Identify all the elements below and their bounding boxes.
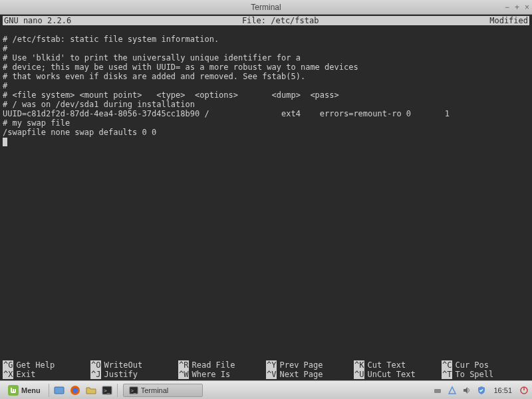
window-controls: − + × [505,3,529,12]
nano-shortcuts: ^GGet Help ^OWriteOut ^RRead File ^YPrev… [3,360,529,379]
taskbar: Menu >_ >_ Terminal 16:51 [0,380,532,399]
file-line: # Use 'blkid' to print the universally u… [3,53,529,63]
shortcut-where-is: ^WWhere Is [178,370,266,379]
shutdown-icon[interactable] [519,385,529,396]
file-line: # /etc/fstab: static file system informa… [3,35,529,44]
terminal-body[interactable]: GNU nano 2.2.6 File: /etc/fstab Modified… [0,15,532,380]
key-label: ^J [90,370,101,379]
file-line: # [3,44,529,53]
terminal-icon: >_ [129,386,138,395]
file-line: # [3,81,529,90]
shortcut-text: Prev Page [279,360,323,370]
svg-text:>_: >_ [130,388,136,393]
nano-file-label: File: /etc/fstab [71,16,489,25]
cursor-line [3,137,529,146]
mint-logo-icon [8,385,19,396]
shortcut-text: UnCut Text [367,370,415,379]
file-line: UUID=c81d2f2d-87dd-4ea4-8056-37d45cc18b9… [3,109,529,118]
key-label: ^G [3,360,13,370]
window-titlebar[interactable]: Terminal − + × [0,0,532,15]
menu-button[interactable]: Menu [3,384,46,397]
shortcut-text: Read File [192,360,235,370]
shortcut-text: To Spell [455,370,493,379]
quick-launch: >_ [52,384,114,397]
minimize-button[interactable]: − [505,3,509,12]
key-label: ^Y [266,360,277,370]
shortcut-text: WriteOut [104,360,142,370]
nano-status: Modified [489,16,528,25]
file-line: # device; this may be used with UUID= as… [3,63,529,72]
shortcut-text: Next Page [279,370,323,379]
shortcut-text: Exit [16,370,35,379]
key-label: ^R [178,360,189,370]
volume-icon[interactable] [462,385,472,396]
svg-point-2 [72,388,78,393]
close-button[interactable]: × [525,3,529,12]
terminal-launcher-icon[interactable]: >_ [100,384,114,397]
key-label: ^C [442,360,452,370]
shortcut-row-1: ^GGet Help ^OWriteOut ^RRead File ^YPrev… [3,360,529,370]
file-line: # <file system> <mount point> <type> <op… [3,90,529,100]
shortcut-text: Justify [104,370,138,379]
taskbar-item-terminal[interactable]: >_ Terminal [123,384,203,397]
terminal-window: Terminal − + × GNU nano 2.2.6 File: /etc… [0,0,532,380]
nano-blank-line [3,25,529,35]
menu-label: Menu [21,386,41,394]
file-line: # / was on /dev/sda1 during installation [3,100,529,109]
shortcut-row-2: ^XExit ^JJustify ^WWhere Is ^VNext Page … [3,370,529,379]
svg-rect-7 [434,389,441,393]
shortcut-text: Cur Pos [455,360,489,370]
firefox-icon[interactable] [68,384,82,397]
text-cursor [3,138,7,146]
taskbar-separator [117,384,118,397]
key-label: ^U [354,370,364,379]
shortcut-get-help: ^GGet Help [3,360,90,370]
show-desktop-icon[interactable] [52,384,66,397]
taskbar-item-label: Terminal [141,386,169,394]
file-line: /swapfile none swap defaults 0 0 [3,128,529,137]
key-label: ^K [354,360,364,370]
update-shield-icon[interactable] [476,385,487,396]
shortcut-uncut-text: ^UUnCut Text [354,370,442,379]
shortcut-next-page: ^VNext Page [266,370,354,379]
key-label: ^W [178,370,189,379]
key-label: ^O [90,360,101,370]
shortcut-cur-pos: ^CCur Pos [442,360,529,370]
taskbar-separator [49,384,49,397]
shortcut-to-spell: ^TTo Spell [442,370,529,379]
shortcut-justify: ^JJustify [90,370,178,379]
file-line: # my swap file [3,118,529,128]
shortcut-writeout: ^OWriteOut [90,360,178,370]
system-tray: 16:51 [432,385,529,396]
shortcut-text: Where Is [192,370,230,379]
shortcut-prev-page: ^YPrev Page [266,360,354,370]
nano-app-name: GNU nano 2.2.6 [4,16,71,25]
window-title: Terminal [251,3,281,12]
svg-text:>_: >_ [104,388,110,394]
key-label: ^T [442,370,452,379]
file-line: # that works even if disks are added and… [3,72,529,81]
shortcut-exit: ^XExit [3,370,90,379]
key-label: ^V [266,370,277,379]
svg-rect-0 [55,387,64,394]
key-label: ^X [3,370,13,379]
shortcut-read-file: ^RRead File [178,360,266,370]
shortcut-cut-text: ^KCut Text [354,360,442,370]
maximize-button[interactable]: + [515,3,519,12]
network-icon[interactable] [447,385,458,396]
nano-header-bar: GNU nano 2.2.6 File: /etc/fstab Modified [3,16,529,25]
shortcut-text: Get Help [16,360,55,370]
shortcut-text: Cut Text [367,360,406,370]
file-manager-icon[interactable] [84,384,98,397]
clock[interactable]: 16:51 [491,386,515,394]
removable-media-icon[interactable] [432,385,443,396]
